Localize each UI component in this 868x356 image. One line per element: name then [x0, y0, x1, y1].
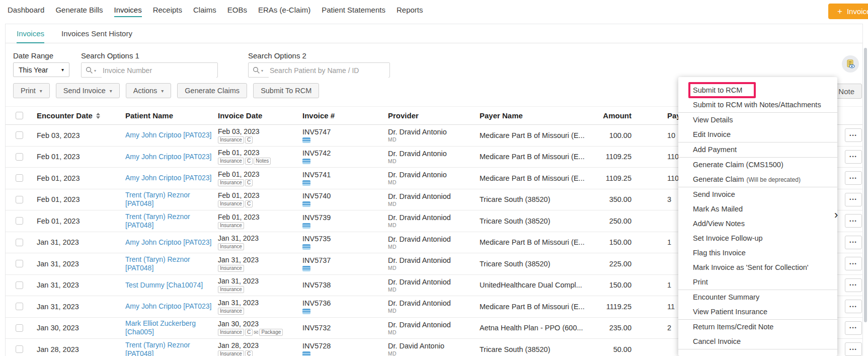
- vertical-scrollbar-thumb[interactable]: [864, 48, 867, 322]
- patient-link[interactable]: Amy John Criptoo [PAT023]: [125, 302, 215, 311]
- row-menu-button[interactable]: •••: [845, 193, 862, 206]
- chevron-right-icon: ›: [834, 209, 838, 221]
- menu-item-view-details[interactable]: View Details: [678, 113, 837, 127]
- row-checkbox[interactable]: [16, 131, 23, 139]
- column-preview-button[interactable]: [842, 55, 859, 73]
- select-all-checkbox[interactable]: [16, 112, 23, 119]
- nav-item-eras-e-claim[interactable]: ERAs (e-Claim): [258, 6, 310, 17]
- invoice-card-icon[interactable]: [302, 201, 310, 207]
- column-header-encounter-date[interactable]: Encounter Date: [37, 107, 100, 124]
- row-menu-button[interactable]: •••: [845, 150, 862, 164]
- patient-link[interactable]: Mark Elliot Zuckerberg [Cha005]: [125, 319, 215, 336]
- row-checkbox[interactable]: [16, 345, 23, 353]
- patient-link[interactable]: Trent (Taryn) Reznor [PAT048]: [125, 212, 215, 230]
- row-checkbox[interactable]: [16, 260, 23, 267]
- submit-to-rcm-button[interactable]: Submit To RCM: [253, 83, 319, 98]
- menu-item-add-view-notes[interactable]: Add/View Notes: [678, 217, 837, 231]
- row-menu-button[interactable]: •••: [845, 300, 862, 313]
- menu-item-generate-claim-cms1500[interactable]: Generate Claim (CMS1500): [678, 158, 837, 172]
- row-menu-button[interactable]: •••: [845, 278, 862, 292]
- invoice-card-icon[interactable]: [302, 244, 310, 250]
- patient-name-cell: Amy John Criptoo [PAT023]: [125, 125, 215, 146]
- tab-invoices-sent-history[interactable]: Invoices Sent History: [61, 29, 132, 43]
- menu-item-send-invoice[interactable]: Send Invoice: [678, 187, 837, 202]
- row-menu-button[interactable]: •••: [845, 214, 862, 228]
- row-checkbox[interactable]: [16, 324, 23, 332]
- row-menu-button[interactable]: •••: [845, 171, 862, 185]
- add-invoice-button[interactable]: + Invoice: [828, 4, 868, 19]
- nav-item-patient-statements[interactable]: Patient Statements: [322, 6, 385, 17]
- column-header-provider[interactable]: Provider: [388, 107, 419, 124]
- encounter-date-cell: Jan 31, 2023: [37, 296, 112, 317]
- nav-item-reports[interactable]: Reports: [397, 6, 423, 17]
- row-checkbox[interactable]: [16, 153, 23, 161]
- patient-link[interactable]: Trent (Taryn) Reznor [PAT048]: [125, 341, 215, 356]
- invoice-card-icon[interactable]: [302, 159, 310, 164]
- column-header-amount[interactable]: Amount: [554, 107, 632, 124]
- menu-item-print[interactable]: Print: [678, 275, 837, 290]
- menu-item-cancel-invoice[interactable]: Cancel Invoice: [678, 334, 837, 349]
- row-actions-cell: •••: [845, 147, 862, 168]
- invoice-card-icon[interactable]: [302, 351, 310, 356]
- invoice-card-icon[interactable]: [302, 180, 310, 186]
- invoice-card-icon[interactable]: [302, 223, 310, 229]
- nav-item-receipts[interactable]: Receipts: [153, 6, 182, 17]
- invoice-card-icon[interactable]: [302, 266, 310, 271]
- menu-item-view-patient-insurance[interactable]: View Patient Insurance: [678, 305, 837, 319]
- menu-item-mark-as-mailed[interactable]: Mark As Mailed: [678, 202, 837, 217]
- row-menu-button[interactable]: •••: [845, 128, 862, 142]
- generate-claims-button[interactable]: Generate Claims: [177, 83, 247, 98]
- patient-link[interactable]: Amy John Criptoo [PAT023]: [125, 153, 215, 161]
- row-checkbox[interactable]: [16, 196, 23, 203]
- menu-item-set-invoice-follow-up[interactable]: Set Invoice Follow-up: [678, 231, 837, 246]
- row-checkbox[interactable]: [16, 174, 23, 182]
- patient-search-input[interactable]: [269, 63, 388, 78]
- invoice-card-icon[interactable]: [302, 137, 310, 143]
- invoice-badges: InsuranceC: [218, 200, 301, 207]
- menu-item-add-payment[interactable]: Add Payment: [678, 143, 837, 157]
- menu-item-mark-invoice-as-sent-for-collection[interactable]: Mark Invoice as 'Sent for Collection': [678, 260, 837, 275]
- row-checkbox-cell: [16, 296, 23, 317]
- patient-link[interactable]: Trent (Taryn) Reznor [PAT048]: [125, 191, 215, 208]
- nav-item-dashboard[interactable]: Dashboard: [8, 6, 44, 17]
- patient-link[interactable]: Amy John Criptoo [PAT023]: [125, 238, 215, 247]
- print-button[interactable]: Print▾: [13, 83, 50, 98]
- badge-insurance: Insurance: [218, 350, 244, 356]
- provider-cell: Dr. Dravid AntonioMD: [388, 168, 481, 189]
- row-checkbox[interactable]: [16, 239, 23, 246]
- row-checkbox[interactable]: [16, 217, 23, 225]
- nav-item-eobs[interactable]: EOBs: [227, 6, 247, 17]
- send-invoice-button[interactable]: Send Invoice▾: [56, 83, 120, 98]
- invoice-card-icon[interactable]: [302, 309, 310, 314]
- menu-item-generate-claim[interactable]: Generate Claim(Will be deprecated): [678, 172, 837, 187]
- menu-item-edit-invoice[interactable]: Edit Invoice: [678, 127, 837, 142]
- menu-item-submit-to-rcm-with-notes-attachments[interactable]: Submit to RCM with Notes/Attachments: [678, 98, 837, 112]
- column-header-invoice[interactable]: Invoice #: [302, 107, 335, 124]
- menu-item-flag-this-invoice[interactable]: Flag this Invoice: [678, 246, 837, 260]
- row-menu-button[interactable]: •••: [845, 321, 862, 335]
- nav-item-claims[interactable]: Claims: [193, 6, 216, 17]
- row-checkbox[interactable]: [16, 303, 23, 310]
- invoice-number-input[interactable]: [102, 63, 216, 78]
- patient-link[interactable]: Amy John Criptoo [PAT023]: [125, 131, 215, 139]
- menu-item-return-items-credit-note[interactable]: Return Items/Credit Note: [678, 320, 837, 334]
- patient-link[interactable]: Test Dummy [Cha10074]: [125, 281, 215, 290]
- nav-item-generate-bills[interactable]: Generate Bills: [55, 6, 103, 17]
- patient-link[interactable]: Trent (Taryn) Reznor [PAT048]: [125, 255, 215, 272]
- date-range-select[interactable]: This Year ▾: [13, 62, 69, 77]
- actions-button[interactable]: Actions▾: [126, 83, 172, 98]
- menu-item-submit-to-rcm[interactable]: Submit to RCM: [678, 83, 837, 98]
- amount-cell: 100.00: [554, 125, 632, 146]
- column-header-payer-name[interactable]: Payer Name: [480, 107, 523, 124]
- nav-item-invoices[interactable]: Invoices: [114, 6, 142, 17]
- column-header-patient-name[interactable]: Patient Name: [125, 107, 173, 124]
- menu-item-encounter-summary[interactable]: Encounter Summary: [678, 290, 837, 305]
- row-menu-button[interactable]: •••: [845, 257, 862, 270]
- patient-link[interactable]: Amy John Criptoo [PAT023]: [125, 174, 215, 182]
- tab-invoices[interactable]: Invoices: [17, 29, 44, 43]
- row-menu-button[interactable]: •••: [845, 342, 862, 356]
- row-checkbox-cell: [16, 210, 23, 232]
- row-checkbox[interactable]: [16, 281, 23, 289]
- column-header-invoice-date[interactable]: Invoice Date: [218, 107, 262, 124]
- row-menu-button[interactable]: •••: [845, 236, 862, 249]
